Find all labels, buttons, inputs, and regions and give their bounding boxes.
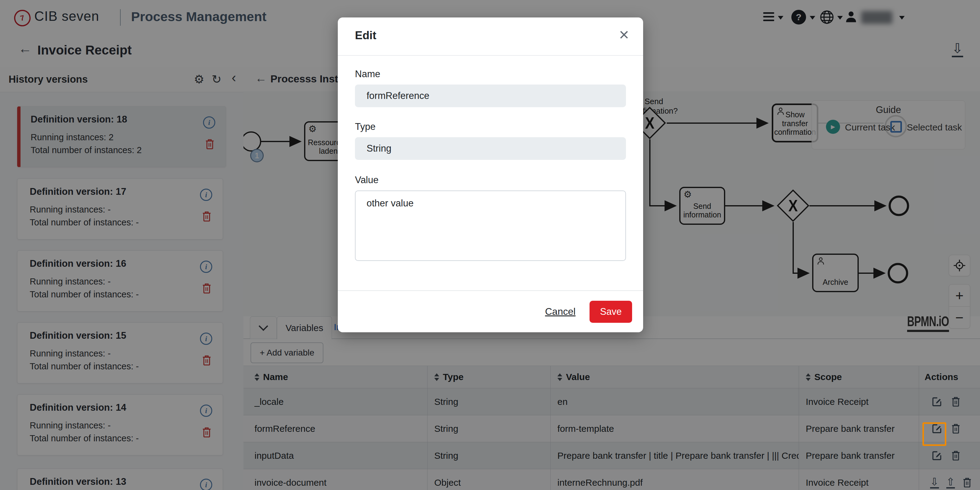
value-label: Value	[355, 175, 626, 186]
type-field[interactable]	[355, 137, 626, 160]
close-icon[interactable]: ×	[619, 26, 629, 43]
type-label: Type	[355, 121, 626, 132]
modal-body: Name Type Value other value	[355, 56, 626, 262]
modal-footer: Cancel Save	[338, 290, 643, 332]
save-button[interactable]: Save	[590, 301, 632, 323]
app-root: 7 CIB seven Process Management ? ← Invoi…	[0, 0, 980, 490]
name-field[interactable]	[355, 84, 626, 107]
edit-variable-modal: Edit × Name Type Value other value Cance…	[338, 18, 643, 332]
name-label: Name	[355, 68, 626, 80]
modal-header: Edit ×	[338, 18, 643, 56]
modal-title: Edit	[355, 29, 376, 42]
cancel-button[interactable]: Cancel	[545, 306, 576, 317]
click-annotation-highlight	[923, 422, 946, 446]
value-field[interactable]: other value	[355, 191, 626, 261]
